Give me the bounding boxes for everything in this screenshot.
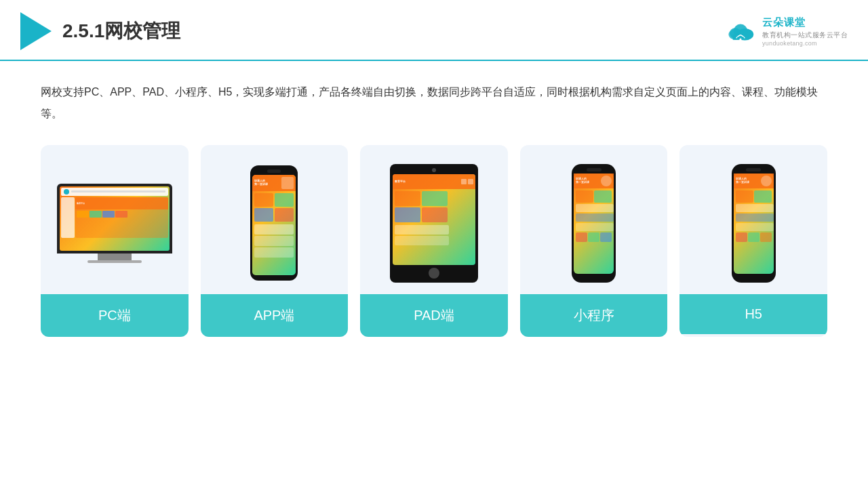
h5-screen: 职通人的第一堂训课: [734, 174, 774, 274]
pc-image-area: 教育平台: [41, 145, 189, 294]
phone-notch: [267, 169, 281, 173]
pc-card: 教育平台: [41, 145, 189, 337]
pc-mockup: 教育平台: [57, 184, 172, 263]
pad-tablet-screen: 教育平台: [393, 174, 475, 265]
pad-tablet-mockup: 教育平台: [390, 164, 478, 283]
h5-phone-notch: [746, 168, 761, 171]
miniprogram-phone-mockup: 职通人的第一堂训课: [572, 164, 616, 283]
main-content: 网校支持PC、APP、PAD、小程序、H5，实现多端打通，产品各终端自由切换，数…: [0, 61, 868, 350]
app-phone-mockup: 职通人的第一堂训课: [250, 165, 298, 281]
pad-card: 教育平台: [360, 145, 508, 337]
app-card: 职通人的第一堂训课: [201, 145, 349, 337]
cards-container: 教育平台: [41, 145, 827, 337]
description-text: 网校支持PC、APP、PAD、小程序、H5，实现多端打通，产品各终端自由切换，数…: [41, 81, 827, 125]
app-phone-screen: 职通人的第一堂训课: [252, 175, 296, 275]
header-left: 2.5.1网校管理: [20, 12, 180, 50]
pc-label: PC端: [41, 294, 189, 337]
h5-phone-mockup: 职通人的第一堂训课: [732, 164, 776, 283]
header-brand: 云朵课堂 教育机构一站式服务云平台 yunduoketang.com: [724, 16, 848, 47]
miniprogram-card: 职通人的第一堂训课: [520, 145, 668, 337]
page-title: 2.5.1网校管理: [62, 18, 180, 44]
h5-image-area: 职通人的第一堂训课: [679, 145, 827, 294]
page-header: 2.5.1网校管理 云朵课堂 教育机构一站式服务云平台 yunduoketang…: [0, 0, 868, 61]
svg-point-5: [739, 38, 741, 40]
brand-name-text: 云朵课堂 教育机构一站式服务云平台 yunduoketang.com: [762, 16, 848, 47]
h5-label: H5: [679, 294, 827, 334]
pad-label: PAD端: [360, 294, 508, 337]
mini-phone-notch: [587, 168, 601, 171]
miniprogram-label: 小程序: [520, 294, 668, 337]
cloud-icon: [724, 19, 757, 43]
miniprogram-image-area: 职通人的第一堂训课: [520, 145, 668, 294]
h5-card: 职通人的第一堂训课: [679, 145, 827, 337]
tablet-home-button: [429, 268, 439, 279]
tablet-camera: [432, 168, 436, 172]
logo-triangle-icon: [20, 12, 52, 50]
app-label: APP端: [201, 294, 349, 337]
brand-logo: 云朵课堂 教育机构一站式服务云平台 yunduoketang.com: [724, 16, 848, 47]
app-image-area: 职通人的第一堂训课: [201, 145, 349, 294]
pad-image-area: 教育平台: [360, 145, 508, 294]
miniprogram-screen: 职通人的第一堂训课: [574, 174, 614, 274]
